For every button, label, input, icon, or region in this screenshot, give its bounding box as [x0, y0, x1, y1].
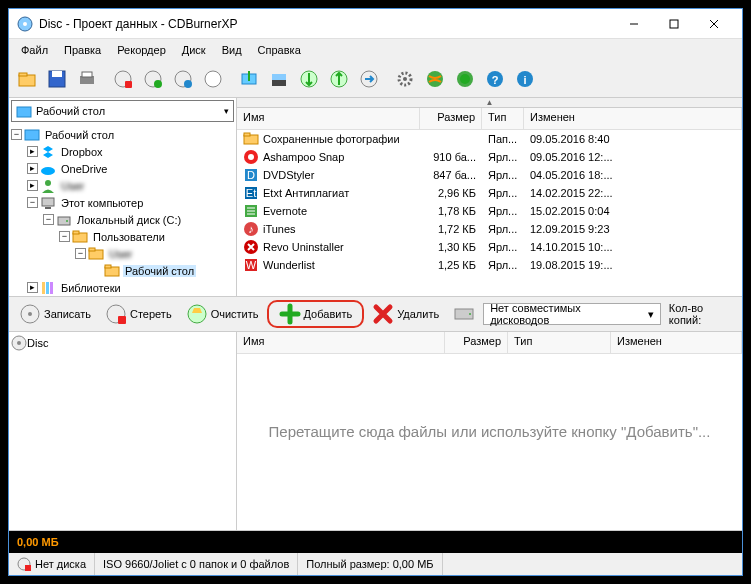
svg-rect-80	[25, 565, 31, 571]
svg-text:♪: ♪	[248, 223, 254, 235]
menu-file[interactable]: Файл	[13, 42, 56, 58]
expand-icon[interactable]: ▸	[27, 146, 38, 157]
compilation-split: Disc Имя Размер Тип Изменен Перетащите с…	[9, 332, 742, 531]
file-row[interactable]: DDVDStyler847 ба...Ярл...04.05.2016 18:.…	[237, 166, 742, 184]
ccol-name[interactable]: Имя	[237, 332, 445, 353]
file-size: 1,72 КБ	[420, 223, 482, 235]
expand-icon[interactable]: ▸	[27, 163, 38, 174]
file-row[interactable]: Ashampoo Snap910 ба...Ярл...09.05.2016 1…	[237, 148, 742, 166]
svg-rect-7	[19, 73, 27, 76]
tree-item[interactable]: ▸Библиотеки	[11, 279, 234, 296]
expand-icon[interactable]: −	[27, 197, 38, 208]
file-modified: 09.05.2016 8:40	[524, 133, 742, 145]
svg-point-41	[66, 220, 68, 222]
drive-select[interactable]: Нет совместимых дисководов▾	[483, 303, 661, 325]
tb-import1[interactable]	[235, 65, 263, 93]
main-toolbar: ? i	[9, 61, 742, 97]
col-size[interactable]: Размер	[420, 108, 482, 129]
tb-import2[interactable]	[265, 65, 293, 93]
remove-button[interactable]: Удалить	[366, 300, 445, 328]
tb-import5[interactable]	[355, 65, 383, 93]
clear-button[interactable]: Очистить	[180, 300, 265, 328]
expand-icon[interactable]: −	[11, 129, 22, 140]
tb-disc-blank[interactable]	[199, 65, 227, 93]
file-row[interactable]: Evernote1,78 КБЯрл...15.02.2015 0:04	[237, 202, 742, 220]
col-modified[interactable]: Изменен	[524, 108, 742, 129]
file-modified: 14.02.2015 22:...	[524, 187, 742, 199]
tree-item[interactable]: −Пользователи	[11, 228, 234, 245]
dropbox-icon	[40, 144, 56, 160]
add-button[interactable]: Добавить	[267, 300, 365, 328]
clear-icon	[186, 303, 208, 325]
file-row[interactable]: ♪iTunes1,72 КБЯрл...12.09.2015 9:23	[237, 220, 742, 238]
tree-item[interactable]: ▸User	[11, 177, 234, 194]
svg-rect-48	[42, 282, 45, 294]
tb-print[interactable]	[73, 65, 101, 93]
expand-icon[interactable]: −	[75, 248, 86, 259]
tb-about[interactable]: i	[511, 65, 539, 93]
file-row[interactable]: WWunderlist1,25 КБЯрл...19.08.2015 19:..…	[237, 256, 742, 274]
tb-settings[interactable]	[391, 65, 419, 93]
svg-text:D: D	[247, 169, 255, 181]
tb-open[interactable]	[13, 65, 41, 93]
tb-import3[interactable]	[295, 65, 323, 93]
folder-tree[interactable]: −Рабочий стол▸Dropbox▸OneDrive▸User−Этот…	[9, 124, 236, 296]
burn-button[interactable]: Записать	[13, 300, 97, 328]
svg-rect-39	[45, 207, 51, 209]
tree-item[interactable]: −Локальный диск (C:)	[11, 211, 234, 228]
col-type[interactable]: Тип	[482, 108, 524, 129]
erase-button[interactable]: Стереть	[99, 300, 178, 328]
tree-item[interactable]: −Рабочий стол	[11, 126, 234, 143]
file-row[interactable]: Сохраненные фотографииПап...09.05.2016 8…	[237, 130, 742, 148]
tree-item[interactable]: ▸Dropbox	[11, 143, 234, 160]
close-button[interactable]	[694, 10, 734, 38]
tree-item[interactable]: ▸OneDrive	[11, 160, 234, 177]
file-modified: 04.05.2016 18:...	[524, 169, 742, 181]
tb-disc-remove[interactable]	[109, 65, 137, 93]
col-name[interactable]: Имя	[237, 108, 420, 129]
onedrive-icon	[40, 161, 56, 177]
disc-root-item[interactable]: Disc	[11, 334, 234, 351]
tb-disc-view[interactable]	[169, 65, 197, 93]
sort-indicator: ▲	[237, 98, 742, 108]
tb-globe1[interactable]	[421, 65, 449, 93]
chevron-down-icon: ▾	[648, 308, 654, 321]
app4-icon	[243, 203, 259, 219]
minimize-button[interactable]	[614, 10, 654, 38]
svg-point-74	[188, 305, 206, 323]
menu-help[interactable]: Справка	[250, 42, 309, 58]
tree-item[interactable]: Рабочий стол	[11, 262, 234, 279]
delete-icon	[372, 303, 394, 325]
ccol-size[interactable]: Размер	[445, 332, 508, 353]
file-row[interactable]: Revo Uninstaller1,30 КБЯрл...14.10.2015 …	[237, 238, 742, 256]
tb-help[interactable]: ?	[481, 65, 509, 93]
file-modified: 12.09.2015 9:23	[524, 223, 742, 235]
tb-disc-add[interactable]	[139, 65, 167, 93]
expand-icon[interactable]: −	[43, 214, 54, 225]
file-row[interactable]: EtEtxt Антиплагиат2,96 КБЯрл...14.02.201…	[237, 184, 742, 202]
expand-icon[interactable]: −	[59, 231, 70, 242]
expand-icon[interactable]: ▸	[27, 282, 38, 293]
ccol-type[interactable]: Тип	[508, 332, 611, 353]
menu-disc[interactable]: Диск	[174, 42, 214, 58]
maximize-button[interactable]	[654, 10, 694, 38]
ccol-mod[interactable]: Изменен	[611, 332, 742, 353]
menu-edit[interactable]: Правка	[56, 42, 109, 58]
current-folder-dropdown[interactable]: Рабочий стол ▾	[11, 100, 234, 122]
menu-view[interactable]: Вид	[214, 42, 250, 58]
tree-item[interactable]: −User	[11, 245, 234, 262]
tb-import4[interactable]	[325, 65, 353, 93]
tb-save[interactable]	[43, 65, 71, 93]
tb-globe2[interactable]	[451, 65, 479, 93]
status-disk: Нет диска	[9, 553, 95, 575]
tree-label: Рабочий стол	[43, 129, 116, 141]
svg-rect-6	[19, 75, 35, 86]
file-list[interactable]: Сохраненные фотографииПап...09.05.2016 8…	[237, 130, 742, 296]
disc-root-label: Disc	[27, 337, 48, 349]
expand-icon[interactable]: ▸	[27, 180, 38, 191]
menu-recorder[interactable]: Рекордер	[109, 42, 174, 58]
disc-icon	[11, 335, 27, 351]
action-bar: Записать Стереть Очистить Добавить Удали…	[9, 296, 742, 332]
tree-item[interactable]: −Этот компьютер	[11, 194, 234, 211]
file-size: 2,96 КБ	[420, 187, 482, 199]
